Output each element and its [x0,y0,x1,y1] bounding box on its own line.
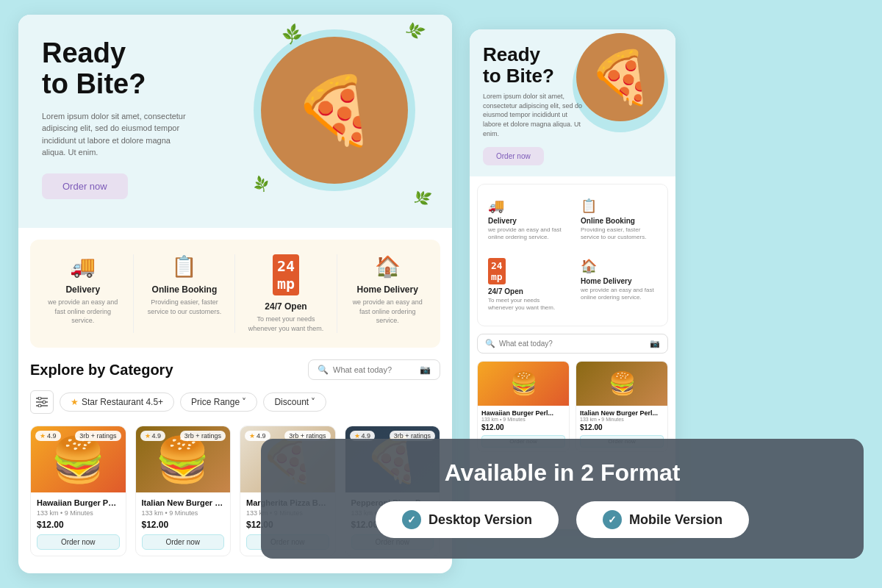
mobile-home-icon: 🏠 [581,258,657,274]
filter-toggle-button[interactable] [30,390,54,414]
food-image-1: 🍔 ★ 4.9 3rb + ratings [136,426,231,492]
rating-count-0: 3rb + ratings [75,431,121,441]
mobile-delivery-icon: 🚚 [488,198,564,214]
main-container: Ready to Bite? Lorem ipsum dolor sit ame… [18,15,864,573]
mobile-service-home: 🏠 Home Delivery we provide an easy and f… [576,254,662,317]
search-input[interactable] [333,365,415,374]
svg-point-5 [38,404,41,407]
order-now-button[interactable]: Order now [42,173,128,199]
mobile-search-box[interactable]: 🔍 📷 [477,334,668,354]
home-icon: 🏠 [375,254,401,279]
food-order-btn-0[interactable]: Order now [37,534,120,550]
food-price-0: $12.00 [37,520,120,530]
mobile-delivery-title: Delivery [488,217,564,225]
filter-star-icon: ★ [71,397,79,407]
booking-icon: 📋 [171,254,197,279]
mobile-home-desc: we provide an easy and fast online order… [581,287,657,302]
delivery-desc: we provide an easy and fast online order… [43,298,123,326]
mobile-hero-title: Ready to Bite? [483,44,662,86]
desktop-version-button[interactable]: ✓ Desktop Version [376,501,559,538]
service-delivery: 🚚 Delivery we provide an easy and fast o… [43,254,123,326]
service-divider-1 [133,254,134,333]
service-divider-2 [234,254,235,333]
mobile-services: 🚚 Delivery we provide an easy and fast o… [477,184,668,326]
mobile-food-name-0: Hawaiian Burger Perl... [481,409,565,417]
price-range-filter[interactable]: Price Range ˅ [180,392,257,412]
food-info-0: Hawaiian Burger Perl... 133 km • 9 Minut… [31,492,126,556]
mobile-search-input[interactable] [499,340,646,348]
filters-row: ★ Star Restaurant 4.5+ Price Range ˅ Dis… [30,390,440,414]
mobile-home-title: Home Delivery [581,277,657,285]
mobile-version-label: Mobile Version [629,512,723,528]
hero-description: Lorem ipsum dolor sit amet, consectetur … [42,110,189,159]
247-title: 24/7 Open [265,301,306,312]
discount-label: Discount ˅ [274,397,315,407]
service-home: 🏠 Home Delivery we provide an easy and f… [347,254,428,326]
mobile-food-meta-0: 133 km • 9 Minutes [481,417,565,422]
rating-badge-1: ★ 4.9 [140,431,166,441]
star-restaurant-filter[interactable]: ★ Star Restaurant 4.5+ [60,392,174,412]
rating-badge-0: ★ 4.9 [35,431,61,441]
mobile-food-meta-1: 133 km • 9 Minutes [580,417,664,422]
mobile-food-img-1: 🍔 [576,362,667,406]
service-divider-3 [337,254,337,333]
mobile-version-button[interactable]: ✓ Mobile Version [576,501,749,538]
delivery-icon: 🚚 [70,254,96,279]
mobile-service-booking: 📋 Online Booking Providing easier, faste… [576,193,662,246]
hero-section: Ready to Bite? Lorem ipsum dolor sit ame… [18,15,452,228]
mobile-service-247: 24mp 24/7 Open To meet your needs whenev… [484,254,569,317]
mobile-food-grid: 🍔 Hawaiian Burger Perl... 133 km • 9 Min… [470,361,675,452]
food-meta-1: 133 km • 9 Minutes [142,509,225,517]
home-title: Home Delivery [356,284,417,295]
mobile-booking-title: Online Booking [581,217,657,225]
mobile-camera-icon: 📷 [650,339,660,348]
search-icon: 🔍 [318,365,329,375]
delivery-title: Delivery [65,284,100,295]
mobile-hero-desc: Lorem ipsum dolor sit amet, consectetur … [483,92,586,138]
food-order-btn-1[interactable]: Order now [142,534,225,550]
hero-text: Ready to Bite? Lorem ipsum dolor sit ame… [42,38,429,199]
food-card-1: 🍔 ★ 4.9 3rb + ratings Italian New Burger… [135,426,232,556]
desktop-check-icon: ✓ [402,510,421,529]
247-desc: To meet your needs whenever you want the… [245,315,326,333]
overlay-banner: Available in 2 Format ✓ Desktop Version … [261,439,864,559]
mobile-check-icon: ✓ [603,510,622,529]
search-box[interactable]: 🔍 📷 [308,359,440,380]
booking-title: Online Booking [152,284,218,295]
mobile-order-btn[interactable]: Order now [483,147,544,165]
hero-title: Ready to Bite? [42,38,429,100]
food-name-1: Italian New Burger Perl... [142,498,225,507]
camera-icon: 📷 [420,365,431,375]
home-desc: we provide an easy and fast online order… [347,298,428,326]
food-price-1: $12.00 [142,520,225,530]
category-title: Explore by Category [30,362,173,379]
food-name-0: Hawaiian Burger Perl... [37,498,120,507]
mobile-247-desc: To meet your needs whenever you want the… [488,297,564,312]
food-image-0: 🍔 ★ 4.9 3rb + ratings [31,426,126,492]
mobile-247-icon: 24mp [488,258,506,284]
overlay-buttons: ✓ Desktop Version ✓ Mobile Version [376,501,749,538]
mobile-food-card-0: 🍔 Hawaiian Burger Perl... 133 km • 9 Min… [477,361,570,452]
services-section: 🚚 Delivery we provide an easy and fast o… [30,240,440,348]
filter-star-label: Star Restaurant 4.5+ [82,397,163,407]
price-range-label: Price Range ˅ [191,397,246,407]
mobile-hero: 🍕 Ready to Bite? Lorem ipsum dolor sit a… [470,29,675,176]
svg-point-3 [38,397,41,400]
overlay-title: Available in 2 Format [445,459,681,487]
food-card-0: 🍔 ★ 4.9 3rb + ratings Hawaiian Burger Pe… [30,426,126,556]
svg-point-4 [43,401,46,404]
discount-filter[interactable]: Discount ˅ [263,392,326,412]
mobile-booking-desc: Providing easier, faster service to our … [581,226,657,242]
mobile-247-title: 24/7 Open [488,287,564,295]
category-header: Explore by Category 🔍 📷 [30,359,440,380]
food-meta-0: 133 km • 9 Minutes [37,509,120,517]
mobile-service-delivery: 🚚 Delivery we provide an easy and fast o… [484,193,569,246]
food-info-1: Italian New Burger Perl... 133 km • 9 Mi… [136,492,231,556]
mobile-food-img-0: 🍔 [478,362,569,406]
mobile-food-price-1: $12.00 [580,423,664,431]
service-booking: 📋 Online Booking Providing easier, faste… [144,254,225,316]
rating-count-1: 3rb + ratings [180,431,226,441]
mobile-food-card-1: 🍔 Italian New Burger Perl... 133 km • 9 … [576,361,668,452]
mobile-delivery-desc: we provide an easy and fast online order… [488,226,564,242]
service-247: 24mp 24/7 Open To meet your needs whenev… [245,254,326,333]
